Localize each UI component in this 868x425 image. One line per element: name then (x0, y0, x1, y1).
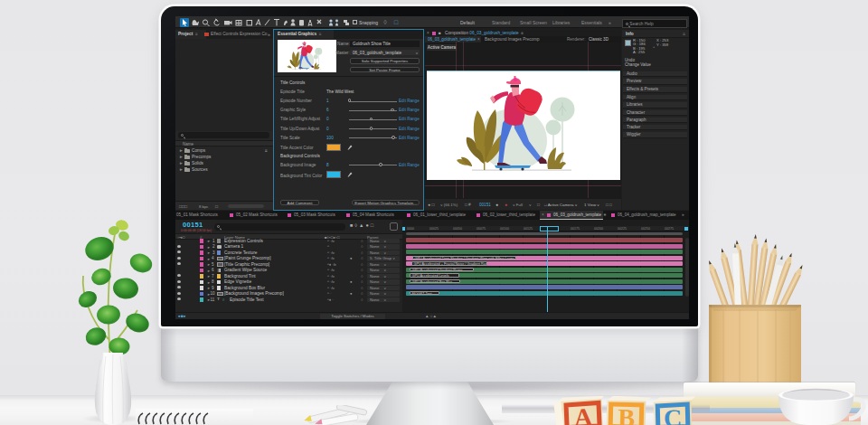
svg-text:C: C (664, 404, 683, 425)
svg-text:B: B (618, 403, 635, 425)
svg-text:A: A (573, 402, 593, 425)
